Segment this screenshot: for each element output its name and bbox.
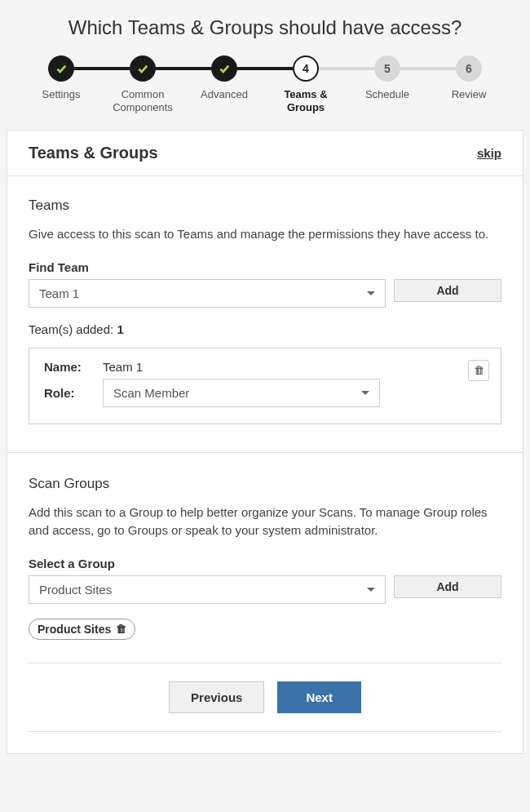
step-label: Common Components xyxy=(102,88,183,113)
group-chip-label: Product Sites xyxy=(38,623,111,636)
main-panel: Teams & Groups skip Teams Give access to… xyxy=(7,130,523,754)
find-team-value: Team 1 xyxy=(39,286,79,300)
step-circle-done xyxy=(211,55,237,82)
step-settings: Settings xyxy=(20,55,102,101)
step-schedule: 5 Schedule xyxy=(347,55,428,101)
add-group-button[interactable]: Add xyxy=(394,575,501,598)
teams-added-count: 1 xyxy=(117,322,123,336)
chevron-down-icon xyxy=(361,391,369,395)
trash-icon: 🗑 xyxy=(474,364,484,376)
trash-icon: 🗑 xyxy=(116,623,126,635)
bottom-divider xyxy=(29,663,501,663)
step-connector xyxy=(237,67,293,70)
step-advanced: Advanced xyxy=(183,55,265,101)
check-icon xyxy=(55,62,68,75)
select-group-value: Product Sites xyxy=(39,583,112,597)
step-label: Review xyxy=(452,88,487,101)
section-divider xyxy=(7,452,523,453)
team-role-select[interactable]: Scan Member xyxy=(103,379,380,407)
teams-section-title: Teams xyxy=(29,197,501,214)
panel-header: Teams & Groups skip xyxy=(7,131,523,176)
team-role-label: Role: xyxy=(44,386,95,400)
wizard-stepper: Settings Common Components Advanced 4 Te… xyxy=(16,55,514,113)
team-role-value: Scan Member xyxy=(113,386,189,400)
previous-button[interactable]: Previous xyxy=(169,681,264,713)
step-label: Schedule xyxy=(365,88,409,101)
step-circle-done xyxy=(130,55,156,82)
add-team-button[interactable]: Add xyxy=(394,279,501,302)
scan-groups-description: Add this scan to a Group to help better … xyxy=(29,504,501,540)
scan-groups-title: Scan Groups xyxy=(29,476,501,492)
step-circle-current: 4 xyxy=(293,55,319,82)
chevron-down-icon xyxy=(367,291,375,295)
teams-section: Teams Give access to this scan to Teams … xyxy=(29,197,501,424)
step-label: Teams & Groups xyxy=(265,88,347,113)
step-label: Settings xyxy=(42,88,81,101)
scan-groups-section: Scan Groups Add this scan to a Group to … xyxy=(29,476,501,640)
panel-body: Teams Give access to this scan to Teams … xyxy=(7,176,523,753)
step-connector xyxy=(400,67,456,70)
step-teams-groups: 4 Teams & Groups xyxy=(265,55,347,113)
team-card: 🗑 Name: Team 1 Role: Scan Member xyxy=(29,348,501,424)
team-name-label: Name: xyxy=(44,360,95,374)
step-label: Advanced xyxy=(201,88,248,101)
teams-added-label: Team(s) added: 1 xyxy=(29,322,501,336)
step-connector xyxy=(319,67,374,70)
group-chip[interactable]: Product Sites 🗑 xyxy=(29,619,135,640)
footer-divider xyxy=(29,731,501,732)
select-group-label: Select a Group xyxy=(29,557,501,570)
step-circle-future: 6 xyxy=(456,55,482,82)
page-title: Which Teams & Groups should have access? xyxy=(16,16,514,39)
step-review: 6 Review xyxy=(428,55,510,101)
remove-team-button[interactable]: 🗑 xyxy=(468,360,489,381)
teams-added-text: Team(s) added: xyxy=(29,322,113,336)
next-button[interactable]: Next xyxy=(277,681,361,713)
step-connector xyxy=(156,67,211,70)
select-group-select[interactable]: Product Sites xyxy=(29,575,386,604)
step-common-components: Common Components xyxy=(102,55,183,113)
step-circle-done xyxy=(48,55,74,82)
check-icon xyxy=(218,62,231,75)
chevron-down-icon xyxy=(367,588,375,592)
step-connector xyxy=(74,67,130,70)
teams-section-description: Give access to this scan to Teams and ma… xyxy=(29,225,501,244)
skip-link[interactable]: skip xyxy=(477,146,501,160)
check-icon xyxy=(136,62,149,75)
find-team-label: Find Team xyxy=(29,260,501,274)
navigation-buttons: Previous Next xyxy=(29,681,501,713)
panel-title: Teams & Groups xyxy=(29,144,158,162)
team-name-value: Team 1 xyxy=(103,360,143,374)
step-circle-future: 5 xyxy=(374,55,400,82)
find-team-select[interactable]: Team 1 xyxy=(29,279,386,308)
